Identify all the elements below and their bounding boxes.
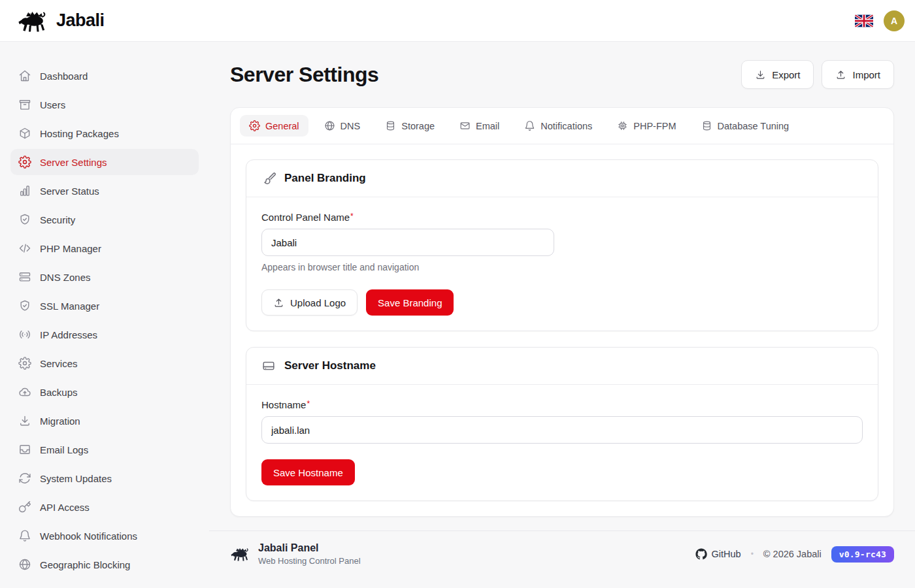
sidebar-item-label: Dashboard	[40, 71, 88, 82]
key-icon	[18, 500, 31, 514]
hostname-input[interactable]	[261, 416, 863, 444]
broadcast-icon	[18, 328, 31, 341]
sidebar-item-label: Services	[40, 358, 78, 369]
sidebar-item-system-updates[interactable]: System Updates	[10, 465, 199, 491]
home-icon	[18, 69, 31, 82]
required-mark: *	[350, 212, 354, 221]
sidebar-item-dashboard[interactable]: Dashboard	[10, 63, 199, 89]
tab-general[interactable]: General	[240, 115, 308, 137]
sidebar-item-users[interactable]: Users	[10, 91, 199, 118]
boar-icon	[17, 9, 50, 33]
card-title: Server Hostname	[284, 359, 376, 372]
sidebar-item-label: Email Logs	[40, 444, 88, 455]
database-icon	[701, 120, 712, 131]
card-title: Panel Branding	[284, 172, 366, 185]
sidebar-item-ssl-manager[interactable]: SSL Manager	[10, 293, 199, 319]
hard-drive-icon	[261, 359, 276, 373]
server-stack-icon	[18, 270, 31, 284]
tab-storage[interactable]: Storage	[376, 115, 444, 137]
brand: Jabali	[17, 9, 105, 33]
shield-check-icon	[18, 213, 31, 226]
bell-icon	[524, 120, 535, 131]
code-icon	[18, 242, 31, 255]
upload-tray-icon	[835, 69, 846, 80]
save-branding-button[interactable]: Save Branding	[366, 289, 454, 316]
download-tray-icon	[18, 414, 31, 427]
mail-icon	[459, 120, 471, 131]
tab-dns[interactable]: DNS	[315, 115, 370, 137]
gear-icon	[18, 357, 31, 370]
upload-tray-icon	[273, 297, 284, 308]
dot-separator: •	[751, 549, 754, 559]
sidebar-item-security[interactable]: Security	[10, 206, 199, 233]
sidebar-item-label: DNS Zones	[40, 272, 91, 283]
globe-icon	[324, 120, 335, 131]
sidebar-item-backups[interactable]: Backups	[10, 379, 199, 405]
sidebar-item-migration[interactable]: Migration	[10, 408, 199, 434]
control-panel-name-label: Control Panel Name*	[261, 212, 863, 223]
main-content: Server Settings Export Import GeneralDNS…	[209, 42, 915, 588]
github-link[interactable]: GitHub	[695, 548, 741, 560]
footer-brand: Jabali Panel	[258, 542, 361, 554]
github-icon	[695, 548, 707, 560]
tab-label: Storage	[401, 121, 435, 131]
tab-notifications[interactable]: Notifications	[515, 115, 601, 137]
footer-tagline: Web Hosting Control Panel	[258, 556, 361, 566]
brand-name: Jabali	[56, 10, 105, 31]
sidebar-item-ip-addresses[interactable]: IP Addresses	[10, 321, 199, 348]
inbox-icon	[18, 443, 31, 456]
sidebar-item-label: Geographic Blocking	[40, 559, 130, 570]
sidebar-item-api-access[interactable]: API Access	[10, 494, 199, 520]
bar-chart-icon	[18, 184, 31, 197]
globe-icon	[18, 558, 31, 571]
save-hostname-button[interactable]: Save Hostname	[261, 459, 355, 485]
sidebar-item-label: Migration	[40, 416, 80, 427]
gear-icon	[18, 155, 31, 169]
server-hostname-card: Server Hostname Hostname* Save Hostname	[246, 347, 878, 501]
cloud-upload-icon	[18, 385, 31, 399]
sidebar-item-php-manager[interactable]: PHP Manager	[10, 235, 199, 261]
sidebar-item-label: Webhook Notifications	[40, 531, 137, 542]
sidebar-item-email-logs[interactable]: Email Logs	[10, 436, 199, 463]
footer: Jabali Panel Web Hosting Control Panel G…	[209, 531, 915, 566]
panel-branding-card: Panel Branding Control Panel Name* Appea…	[246, 159, 878, 331]
sidebar-item-server-settings[interactable]: Server Settings	[10, 149, 199, 175]
boar-icon	[230, 546, 251, 562]
bell-icon	[18, 529, 31, 542]
shield-check-icon	[18, 299, 31, 312]
package-icon	[18, 127, 31, 140]
sidebar-item-label: Backups	[40, 387, 78, 398]
tab-bar: GeneralDNSStorageEmailNotificationsPHP-F…	[231, 108, 893, 144]
sidebar-item-webhook-notifications[interactable]: Webhook Notifications	[10, 523, 199, 549]
sidebar-item-label: Hosting Packages	[40, 128, 119, 139]
sidebar-item-label: Server Status	[40, 186, 99, 197]
version-badge: v0.9-rc43	[831, 546, 894, 563]
control-panel-name-helper: Appears in browser title and navigation	[261, 262, 863, 272]
hostname-label: Hostname*	[261, 399, 863, 410]
sidebar-item-label: IP Addresses	[40, 329, 97, 340]
tab-label: General	[265, 121, 299, 131]
upload-logo-button[interactable]: Upload Logo	[261, 289, 358, 316]
copyright: © 2026 Jabali	[763, 549, 822, 559]
tab-database-tuning[interactable]: Database Tuning	[692, 115, 799, 137]
tab-label: Database Tuning	[718, 121, 790, 131]
sidebar-item-label: SSL Manager	[40, 301, 99, 312]
tab-label: DNS	[341, 121, 361, 131]
sidebar-item-dns-zones[interactable]: DNS Zones	[10, 264, 199, 290]
tab-email[interactable]: Email	[450, 115, 508, 137]
download-tray-icon	[755, 69, 766, 80]
tab-php-fpm[interactable]: PHP-FPM	[608, 115, 685, 137]
sidebar-item-label: System Updates	[40, 473, 112, 484]
sidebar-item-server-status[interactable]: Server Status	[10, 178, 199, 204]
sidebar-item-label: Server Settings	[40, 157, 107, 168]
uk-flag-icon[interactable]	[855, 14, 873, 27]
avatar[interactable]: A	[884, 10, 905, 31]
import-button[interactable]: Import	[822, 60, 894, 89]
sidebar-item-hosting-packages[interactable]: Hosting Packages	[10, 120, 199, 146]
export-button[interactable]: Export	[741, 60, 814, 89]
gear-icon	[249, 120, 260, 131]
sidebar-item-services[interactable]: Services	[10, 350, 199, 376]
sidebar-item-geographic-blocking[interactable]: Geographic Blocking	[10, 551, 199, 578]
required-mark: *	[307, 399, 310, 408]
control-panel-name-input[interactable]	[261, 229, 554, 256]
